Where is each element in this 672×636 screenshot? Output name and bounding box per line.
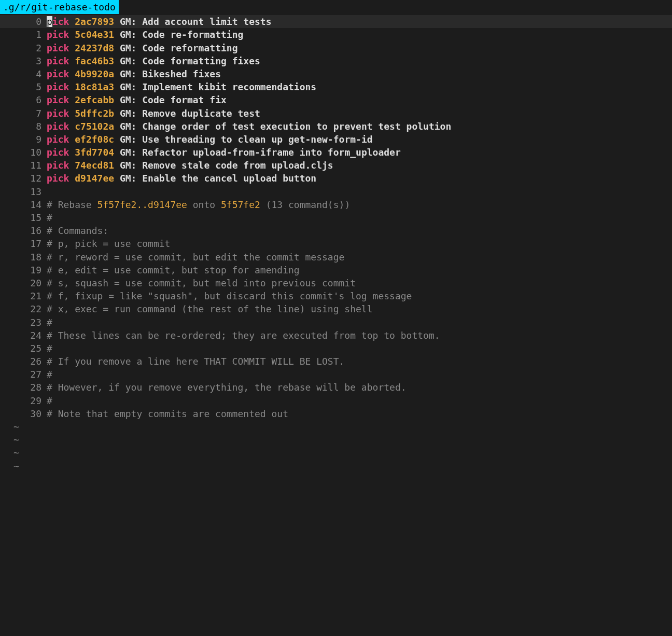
editor-line[interactable]: 28# However, if you remove everything, t…	[0, 381, 672, 394]
comment-text: # s, squash = use commit, but meld into …	[47, 278, 356, 288]
line-number: 16	[0, 224, 47, 237]
comment-text: # Note that empty commits are commented …	[47, 408, 288, 419]
editor-line[interactable]: 25#	[0, 342, 672, 355]
editor-line[interactable]: 11pick 74ecd81 GM: Remove stale code fro…	[0, 159, 672, 172]
line-content: # r, reword = use commit, but edit the c…	[47, 251, 672, 264]
editor-line[interactable]: 12pick d9147ee GM: Enable the cancel upl…	[0, 172, 672, 185]
line-number: 6	[0, 93, 47, 106]
editor-line[interactable]: 23#	[0, 316, 672, 329]
commit-hash: 2ac7893	[75, 16, 114, 27]
line-content: # Commands:	[47, 224, 672, 237]
line-content: pick 5c04e31 GM: Code re-formatting	[47, 28, 672, 41]
editor-line[interactable]: 9pick ef2f08c GM: Use threading to clean…	[0, 133, 672, 146]
comment-text: #	[47, 212, 52, 223]
empty-line-marker: ~	[0, 433, 672, 446]
commit-message: GM: Code reformatting	[120, 43, 238, 53]
editor-line[interactable]: 21# f, fixup = like "squash", but discar…	[0, 289, 672, 302]
line-content: # e, edit = use commit, but stop for ame…	[47, 264, 672, 276]
commit-message: GM: Use threading to clean up get-new-fo…	[120, 134, 373, 145]
line-number: 5	[0, 80, 47, 93]
comment-text: # f, fixup = like "squash", but discard …	[47, 291, 412, 301]
editor-line[interactable]: 5pick 18c81a3 GM: Implement kibit recomm…	[0, 80, 672, 93]
commit-hash: 3fd7704	[75, 147, 114, 158]
editor-line[interactable]: 15#	[0, 211, 672, 224]
editor-line[interactable]: 0pick 2ac7893 GM: Add account limit test…	[0, 15, 672, 28]
editor-line[interactable]: 30# Note that empty commits are commente…	[0, 407, 672, 420]
comment-text: #	[47, 317, 52, 328]
comment-text: # If you remove a line here THAT COMMIT …	[47, 356, 344, 367]
commit-message: GM: Code re-formatting	[120, 29, 243, 40]
editor-line[interactable]: 10pick 3fd7704 GM: Refactor upload-from-…	[0, 146, 672, 159]
rebase-action: pick	[47, 134, 69, 145]
editor-line[interactable]: 1pick 5c04e31 GM: Code re-formatting	[0, 28, 672, 41]
commit-hash: ef2f08c	[75, 134, 114, 145]
comment-text: # p, pick = use commit	[47, 238, 170, 249]
editor-line[interactable]: 24# These lines can be re-ordered; they …	[0, 329, 672, 342]
commit-hash: c75102a	[75, 121, 114, 132]
line-content: pick 3fd7704 GM: Refactor upload-from-if…	[47, 146, 672, 159]
comment-text: #	[47, 369, 52, 380]
line-number: 17	[0, 237, 47, 250]
line-number: 11	[0, 159, 47, 172]
editor-line[interactable]: 19# e, edit = use commit, but stop for a…	[0, 264, 672, 276]
line-number: 9	[0, 133, 47, 146]
rebase-action: pick	[47, 68, 69, 79]
line-content: pick 2efcabb GM: Code format fix	[47, 93, 672, 106]
editor-line[interactable]: 22# x, exec = run command (the rest of t…	[0, 302, 672, 315]
commit-hash: 4b9920a	[75, 68, 114, 79]
comment-text: onto	[187, 199, 221, 210]
line-content: # Rebase 5f57fe2..d9147ee onto 5f57fe2 (…	[47, 198, 672, 211]
line-number: 21	[0, 289, 47, 302]
commit-message: GM: Bikeshed fixes	[120, 68, 221, 79]
line-content: pick 2ac7893 GM: Add account limit tests	[47, 15, 672, 28]
line-content: pick 5dffc2b GM: Remove duplicate test	[47, 107, 672, 120]
editor-line[interactable]: 2pick 24237d8 GM: Code reformatting	[0, 42, 672, 54]
editor-line[interactable]: 7pick 5dffc2b GM: Remove duplicate test	[0, 107, 672, 120]
editor-line[interactable]: 14# Rebase 5f57fe2..d9147ee onto 5f57fe2…	[0, 198, 672, 211]
editor-line[interactable]: 16# Commands:	[0, 224, 672, 237]
commit-hash: d9147ee	[75, 173, 114, 184]
comment-text: #	[47, 395, 52, 406]
commit-hash: 18c81a3	[75, 81, 114, 92]
commit-hash: 5c04e31	[75, 29, 114, 40]
empty-line-marker: ~	[0, 420, 672, 433]
line-number: 24	[0, 329, 47, 342]
commit-message: GM: Remove duplicate test	[120, 108, 260, 119]
rebase-action: pick	[47, 29, 69, 40]
commit-hash: 24237d8	[75, 43, 114, 53]
editor-line[interactable]: 26# If you remove a line here THAT COMMI…	[0, 355, 672, 368]
editor-line[interactable]: 4pick 4b9920a GM: Bikeshed fixes	[0, 67, 672, 80]
editor-line[interactable]: 6pick 2efcabb GM: Code format fix	[0, 93, 672, 106]
rebase-action: pick	[47, 108, 69, 119]
line-number: 3	[0, 54, 47, 67]
line-content: # f, fixup = like "squash", but discard …	[47, 289, 672, 302]
line-number: 30	[0, 407, 47, 420]
comment-text: # These lines can be re-ordered; they ar…	[47, 330, 440, 341]
commit-hash: fac46b3	[75, 56, 114, 66]
editor-line[interactable]: 27#	[0, 368, 672, 381]
line-content: pick 24237d8 GM: Code reformatting	[47, 42, 672, 54]
editor-line[interactable]: 29#	[0, 394, 672, 407]
line-content: pick c75102a GM: Change order of test ex…	[47, 120, 672, 133]
line-number: 14	[0, 198, 47, 211]
line-number: 25	[0, 342, 47, 355]
line-content: #	[47, 342, 672, 355]
line-number: 4	[0, 67, 47, 80]
editor-line[interactable]: 17# p, pick = use commit	[0, 237, 672, 250]
line-number: 0	[0, 15, 47, 28]
commit-hash: 5dffc2b	[75, 108, 114, 119]
comment-text: # Commands:	[47, 225, 108, 236]
editor-line[interactable]: 3pick fac46b3 GM: Code formatting fixes	[0, 54, 672, 67]
line-content: pick 74ecd81 GM: Remove stale code from …	[47, 159, 672, 172]
editor-line[interactable]: 13	[0, 185, 672, 198]
editor-line[interactable]: 20# s, squash = use commit, but meld int…	[0, 276, 672, 289]
editor-line[interactable]: 8pick c75102a GM: Change order of test e…	[0, 120, 672, 133]
line-content: pick ef2f08c GM: Use threading to clean …	[47, 133, 672, 146]
line-number: 26	[0, 355, 47, 368]
line-content: # s, squash = use commit, but meld into …	[47, 276, 672, 289]
buffer-tab[interactable]: .g/r/git-rebase-todo	[0, 0, 119, 14]
editor-line[interactable]: 18# r, reword = use commit, but edit the…	[0, 251, 672, 264]
rebase-action: pick	[47, 94, 69, 105]
commit-message: GM: Change order of test execution to pr…	[120, 121, 451, 132]
editor-viewport[interactable]: 0pick 2ac7893 GM: Add account limit test…	[0, 14, 672, 473]
